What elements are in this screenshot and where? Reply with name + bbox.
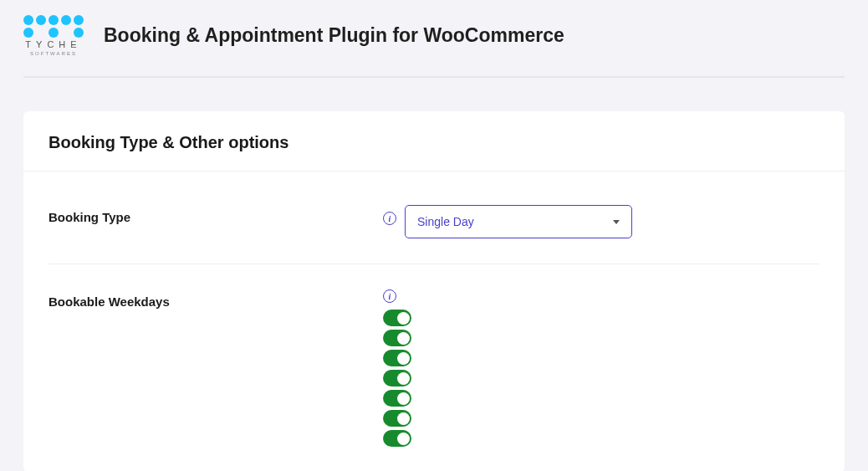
logo-dots [23,15,84,38]
field-booking-type: Booking Type i Single Day [49,205,819,264]
booking-type-select[interactable]: Single Day [405,205,632,238]
panel-header: Booking Type & Other options [23,111,845,172]
brand-subtitle: SOFTWARES [30,51,77,56]
page-title: Booking & Appointment Plugin for WooComm… [104,24,564,47]
brand-logo: TYCHE SOFTWARES [23,15,84,56]
weekday-toggle-0[interactable] [383,310,411,326]
info-icon[interactable]: i [383,289,396,303]
weekday-toggle-4[interactable] [383,390,411,407]
info-icon[interactable]: i [383,212,396,225]
panel-title: Booking Type & Other options [49,133,819,152]
weekday-toggle-1[interactable] [383,330,411,346]
header-divider [23,76,845,78]
booking-type-control: i Single Day [383,205,632,238]
booking-type-selected: Single Day [417,215,474,228]
settings-panel: Booking Type & Other options Booking Typ… [23,111,845,471]
weekday-toggle-6[interactable] [383,430,411,447]
booking-type-label: Booking Type [49,205,383,224]
weekday-toggle-2[interactable] [383,350,411,366]
chevron-down-icon [613,220,620,224]
panel-body: Booking Type i Single Day Bookable Weekd… [23,172,845,471]
bookable-weekdays-control: i [383,289,411,447]
weekday-toggle-5[interactable] [383,410,411,427]
field-bookable-weekdays: Bookable Weekdays i [49,289,819,471]
bookable-weekdays-label: Bookable Weekdays [49,289,383,309]
brand-name: TYCHE [25,39,81,49]
page-header: TYCHE SOFTWARES Booking & Appointment Pl… [0,0,868,76]
weekday-toggle-3[interactable] [383,370,411,387]
